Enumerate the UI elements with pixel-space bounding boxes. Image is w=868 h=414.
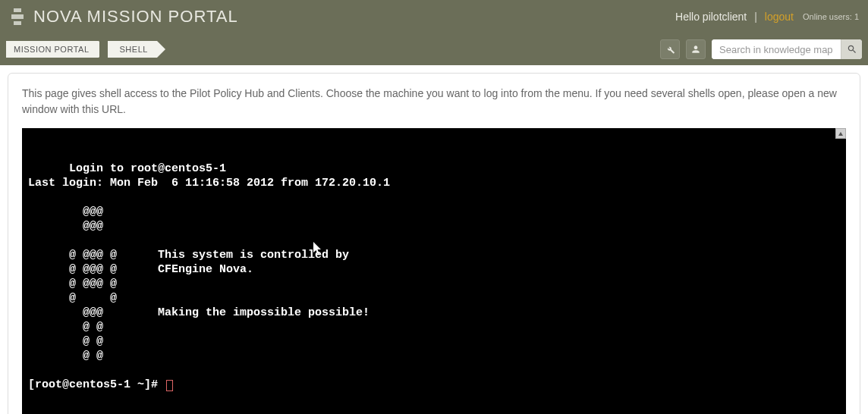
separator: | [754, 11, 757, 23]
logout-link[interactable]: logout [765, 11, 794, 23]
breadcrumb-shell[interactable]: SHELL [108, 41, 157, 58]
main-panel: This page gives shell access to the Pilo… [8, 73, 860, 414]
user-icon [690, 44, 701, 55]
breadcrumb-mission-portal[interactable]: MISSION PORTAL [6, 41, 99, 58]
online-users-label: Online users: 1 [803, 12, 859, 21]
app-title: NOVA MISSION PORTAL [33, 7, 238, 27]
scroll-up-button[interactable] [835, 128, 846, 139]
search-box [712, 39, 862, 59]
header-bar: NOVA MISSION PORTAL Hello pilotclient | … [0, 0, 868, 33]
toolbar-right [660, 39, 862, 59]
sub-toolbar: MISSION PORTAL SHELL [0, 33, 868, 65]
search-input[interactable] [712, 39, 841, 59]
terminal[interactable]: Login to root@centos5-1 Last login: Mon … [22, 128, 846, 414]
wrench-button[interactable] [660, 39, 680, 59]
search-icon [847, 44, 857, 55]
logo-icon [9, 6, 26, 27]
terminal-output: Login to root@centos5-1 Last login: Mon … [28, 162, 390, 362]
user-button[interactable] [686, 39, 706, 59]
intro-text: This page gives shell access to the Pilo… [22, 86, 846, 118]
wrench-icon [665, 44, 675, 55]
greeting-text: Hello pilotclient [675, 11, 747, 23]
header-right: Hello pilotclient | logout Online users:… [675, 11, 859, 23]
breadcrumb: MISSION PORTAL SHELL [6, 41, 166, 58]
logo-block: NOVA MISSION PORTAL [9, 6, 238, 27]
content-area: This page gives shell access to the Pilo… [0, 65, 868, 414]
search-button[interactable] [841, 39, 862, 59]
terminal-prompt: [root@centos5-1 ~]# [28, 378, 165, 391]
terminal-cursor [166, 380, 173, 391]
